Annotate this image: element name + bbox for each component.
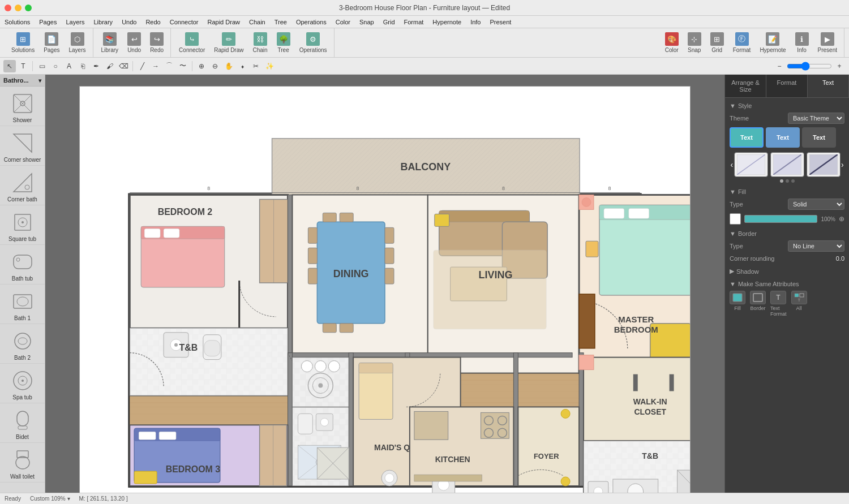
style-card-diagonal-light[interactable]: [734, 152, 768, 177]
tool-magic[interactable]: ✨: [263, 60, 276, 72]
toolbar-layers[interactable]: ⬡ Layers: [66, 30, 89, 55]
menu-operations[interactable]: Operations: [296, 19, 327, 25]
sidebar-item-spa-tub[interactable]: Spa tub: [0, 364, 45, 403]
tool-zoom-out[interactable]: ⊖: [209, 60, 221, 72]
toolbar-hypernote[interactable]: 📝 Hypernote: [756, 30, 789, 55]
border-type-select[interactable]: No Line: [788, 240, 844, 252]
attr-text-format[interactable]: T TextFormat: [770, 291, 787, 317]
tool-brush[interactable]: 🖌: [104, 60, 116, 72]
toolbar-grid[interactable]: ⊞ Grid: [707, 30, 727, 55]
toolbar-rapid-draw[interactable]: ✏ Rapid Draw: [211, 30, 247, 55]
fill-collapse-icon[interactable]: ▼: [730, 188, 736, 195]
style-card-teal[interactable]: Text: [730, 127, 764, 148]
zoom-minus[interactable]: −: [773, 60, 786, 72]
border-collapse-icon[interactable]: ▼: [730, 230, 736, 237]
shadow-collapse-icon[interactable]: ▶: [730, 268, 734, 275]
menu-hypernote[interactable]: Hypernote: [432, 19, 461, 25]
tool-text[interactable]: T: [17, 60, 29, 72]
attr-all[interactable]: T All: [791, 291, 807, 317]
theme-select[interactable]: Basic Theme: [788, 113, 844, 124]
sidebar-item-square-tub[interactable]: Square tub: [0, 205, 45, 245]
sidebar-item-corner-shower[interactable]: Corner shower: [0, 126, 45, 166]
menu-connector[interactable]: Connector: [170, 19, 199, 25]
menu-format[interactable]: Format: [404, 19, 424, 25]
toolbar-library[interactable]: 📚 Library: [98, 30, 122, 55]
tool-curve[interactable]: ⌒: [163, 60, 175, 72]
style-nav-left[interactable]: ‹: [730, 154, 734, 175]
tab-arrange-size[interactable]: Arrange & Size: [725, 75, 766, 97]
tool-ellipse[interactable]: ○: [49, 60, 62, 72]
toolbar-format[interactable]: Ⓕ Format: [730, 30, 754, 55]
tool-freehand[interactable]: 〜: [177, 60, 189, 72]
toolbar-connector[interactable]: ⤷ Connector: [175, 30, 208, 55]
menu-rapid-draw[interactable]: Rapid Draw: [207, 19, 239, 25]
sidebar-dropdown-icon[interactable]: ▾: [38, 77, 41, 84]
menu-layers[interactable]: Layers: [66, 19, 84, 25]
sidebar-item-corner-bath[interactable]: Corner bath: [0, 166, 45, 205]
menu-grid[interactable]: Grid: [383, 19, 395, 25]
style-card-blue[interactable]: Text: [766, 127, 800, 148]
style-nav-right[interactable]: ›: [841, 154, 845, 175]
tool-hand[interactable]: ✋: [222, 60, 235, 72]
fill-type-select[interactable]: Solid: [788, 199, 844, 210]
tool-select[interactable]: ↖: [3, 60, 16, 72]
menu-color[interactable]: Color: [336, 19, 350, 25]
tool-eraser[interactable]: ⌫: [117, 60, 130, 72]
attr-border[interactable]: Border: [750, 291, 766, 317]
style-card-diagonal-dark[interactable]: [807, 152, 841, 177]
sidebar-item-wall-toilet[interactable]: Wall toilet: [0, 443, 45, 483]
tool-arrow[interactable]: →: [149, 60, 162, 72]
menu-present[interactable]: Present: [490, 19, 511, 25]
close-button[interactable]: [5, 5, 11, 11]
tool-fill[interactable]: ⬧: [236, 60, 248, 72]
tab-format[interactable]: Format: [766, 75, 808, 97]
fill-gradient-bar[interactable]: [744, 215, 817, 223]
shadow-label[interactable]: Shadow: [736, 268, 759, 275]
menu-library[interactable]: Library: [94, 19, 113, 25]
sidebar-item-bath2[interactable]: Bath 2: [0, 324, 45, 364]
style-card-dark[interactable]: Text: [802, 127, 836, 148]
toolbar-color[interactable]: 🎨 Color: [662, 30, 682, 55]
tool-zoom-in[interactable]: ⊕: [195, 60, 208, 72]
menu-chain[interactable]: Chain: [249, 19, 265, 25]
toolbar-redo[interactable]: ↪ Redo: [147, 30, 167, 55]
tool-text2[interactable]: A: [63, 60, 75, 72]
toolbar-chain[interactable]: ⛓ Chain: [249, 30, 271, 55]
menu-solutions[interactable]: Solutions: [5, 19, 30, 25]
sidebar-item-bidet[interactable]: Bidet: [0, 403, 45, 443]
toolbar-tree[interactable]: 🌳 Tree: [273, 30, 294, 55]
menu-pages[interactable]: Pages: [39, 19, 57, 25]
style-card-diagonal-medium[interactable]: [770, 152, 804, 177]
attr-fill[interactable]: Fill: [730, 291, 745, 317]
tool-line[interactable]: ╱: [136, 60, 148, 72]
sidebar-item-bath1[interactable]: Bath 1: [0, 285, 45, 324]
tool-sticky[interactable]: ⎗: [76, 60, 89, 72]
toolbar-info[interactable]: ℹ Info: [792, 30, 812, 55]
zoom-plus[interactable]: +: [833, 60, 846, 72]
menu-snap[interactable]: Snap: [359, 19, 374, 25]
tool-pen[interactable]: ✒: [90, 60, 102, 72]
minimize-button[interactable]: [15, 5, 22, 11]
toolbar-present[interactable]: ▶ Present: [814, 30, 841, 55]
zoom-slider[interactable]: [787, 62, 832, 70]
menu-undo[interactable]: Undo: [122, 19, 136, 25]
tool-rectangle[interactable]: ▭: [36, 60, 48, 72]
menu-redo[interactable]: Redo: [145, 19, 160, 25]
menu-info[interactable]: Info: [470, 19, 481, 25]
make-same-collapse-icon[interactable]: ▼: [730, 281, 736, 287]
sidebar-item-bath-tub[interactable]: Bath tub: [0, 245, 45, 285]
menu-tree[interactable]: Tree: [275, 19, 287, 25]
toolbar-pages[interactable]: 📄 Pages: [40, 30, 63, 55]
style-collapse-icon[interactable]: ▼: [730, 102, 736, 109]
toolbar-operations[interactable]: ⚙ Operations: [296, 30, 331, 55]
toolbar-snap[interactable]: ⊹ Snap: [684, 30, 705, 55]
fill-color-swatch[interactable]: [730, 213, 741, 225]
toolbar-undo[interactable]: ↩ Undo: [124, 30, 144, 55]
maximize-button[interactable]: [25, 5, 32, 11]
sidebar-item-shower[interactable]: Shower: [0, 87, 45, 126]
fill-options-btn[interactable]: ⊕: [839, 215, 844, 223]
canvas-area[interactable]: BALCONY: [45, 75, 724, 504]
tab-text[interactable]: Text: [808, 75, 849, 97]
zoom-level[interactable]: Custom 109% ▾: [30, 496, 70, 502]
tool-cut[interactable]: ✂: [250, 60, 262, 72]
